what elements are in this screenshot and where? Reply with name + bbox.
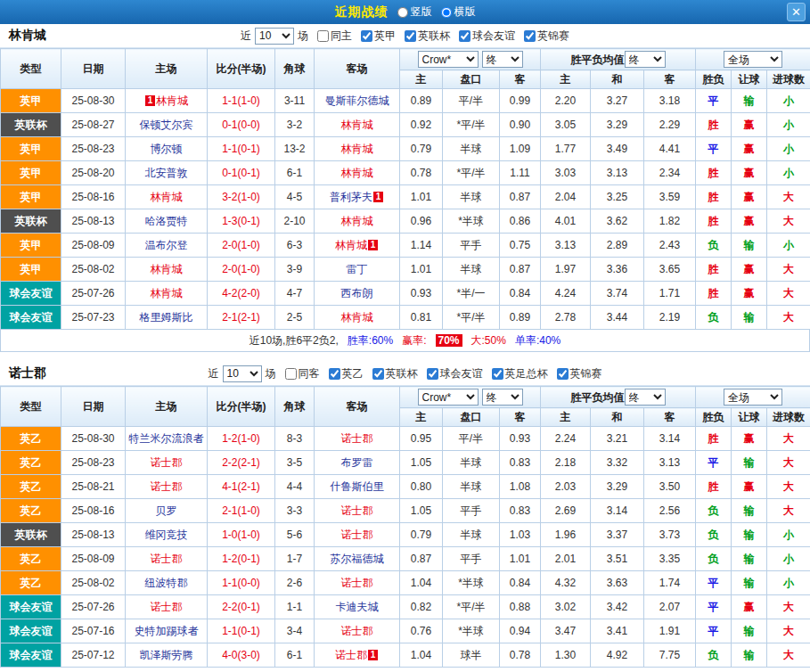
team-link[interactable]: 诺士郡 bbox=[341, 529, 373, 541]
checkbox-同主[interactable] bbox=[317, 30, 329, 42]
fullmatch-select[interactable]: 全场 bbox=[724, 389, 782, 406]
team-link[interactable]: 诺士郡 bbox=[151, 553, 183, 565]
filter-checkbox-同客[interactable]: 同客 bbox=[285, 366, 320, 381]
checkbox-英足总杯[interactable] bbox=[492, 368, 503, 380]
result-cell: 平 bbox=[696, 89, 732, 113]
eu-home-odds: 2.03 bbox=[541, 475, 591, 499]
checkbox-同客[interactable] bbox=[285, 368, 297, 380]
team-link[interactable]: 诺士郡 bbox=[341, 432, 373, 445]
checkbox-球会友谊[interactable] bbox=[427, 368, 438, 380]
date-cell: 25-07-26 bbox=[61, 595, 126, 619]
team-link[interactable]: 林肯城 bbox=[151, 191, 183, 203]
team-link[interactable]: 保顿艾尔宾 bbox=[140, 119, 193, 131]
fullmatch-select[interactable]: 全场 bbox=[724, 51, 782, 68]
eu-home-odds: 4.24 bbox=[541, 282, 591, 306]
team-link[interactable]: 苏尔福德城 bbox=[331, 553, 384, 565]
team-link[interactable]: 西布朗 bbox=[341, 287, 373, 299]
team-link[interactable]: 北安普敦 bbox=[145, 167, 188, 179]
score-cell: 4-2(2-0) bbox=[208, 282, 275, 306]
checkbox-球会友谊[interactable] bbox=[459, 30, 470, 42]
away-team-cell: 曼斯菲尔德城 bbox=[315, 89, 400, 113]
away-team-cell: 诺士郡 bbox=[315, 427, 400, 451]
team-link[interactable]: 凯泽斯劳腾 bbox=[140, 649, 193, 661]
layout-radio-vertical[interactable]: 竖版 bbox=[397, 4, 432, 20]
team-link[interactable]: 雷丁 bbox=[347, 263, 368, 275]
team-link[interactable]: 布罗雷 bbox=[341, 456, 373, 469]
team-link[interactable]: 纽波特郡 bbox=[145, 577, 188, 589]
filter-checkbox-英锦赛[interactable]: 英锦赛 bbox=[524, 29, 569, 44]
recent-count-select[interactable]: 10 bbox=[255, 28, 294, 45]
filter-checkbox-英足总杯[interactable]: 英足总杯 bbox=[492, 366, 548, 381]
team-link[interactable]: 格里姆斯比 bbox=[140, 311, 193, 324]
summary-part: 单率:40% bbox=[515, 333, 560, 348]
team-link[interactable]: 哈洛贾特 bbox=[145, 215, 188, 227]
ah-home-odds: 1.05 bbox=[400, 451, 443, 475]
eu-away-odds: 1.71 bbox=[644, 282, 696, 306]
close-icon[interactable]: ✕ bbox=[787, 3, 806, 21]
team-link[interactable]: 诺士郡 bbox=[335, 649, 367, 661]
final-odds-select-2[interactable]: 终 bbox=[625, 389, 666, 406]
team-link[interactable]: 贝罗 bbox=[156, 504, 177, 517]
team-link[interactable]: 特兰米尔流浪者 bbox=[129, 432, 204, 445]
checkbox-英甲[interactable] bbox=[361, 30, 372, 42]
team-link[interactable]: 普利茅夫 bbox=[330, 191, 372, 203]
date-cell: 25-08-16 bbox=[61, 185, 126, 209]
team-link[interactable]: 林肯城 bbox=[341, 311, 373, 324]
team-link[interactable]: 曼斯菲尔德城 bbox=[325, 94, 389, 107]
filter-checkbox-英联杯[interactable]: 英联杯 bbox=[372, 366, 418, 381]
radio-horizontal-input[interactable] bbox=[441, 7, 452, 18]
layout-radio-horizontal[interactable]: 横版 bbox=[441, 4, 476, 20]
filter-checkbox-英锦赛[interactable]: 英锦赛 bbox=[557, 366, 602, 381]
team-link[interactable]: 林肯城 bbox=[341, 167, 373, 179]
checkbox-英联杯[interactable] bbox=[405, 30, 416, 42]
table-row: 英甲25-08-301林肯城1-1(1-0)3-11曼斯菲尔德城0.89平/半0… bbox=[1, 89, 810, 113]
team-link[interactable]: 诺士郡 bbox=[151, 480, 183, 493]
eu-draw-odds: 3.25 bbox=[591, 185, 644, 209]
team-link[interactable]: 卡迪夫城 bbox=[336, 601, 379, 613]
team-link[interactable]: 诺士郡 bbox=[341, 504, 373, 517]
eu-home-odds: 4.01 bbox=[541, 209, 591, 234]
filter-checkbox-英联杯[interactable]: 英联杯 bbox=[405, 29, 450, 44]
radio-vertical-input[interactable] bbox=[397, 7, 408, 18]
team-link[interactable]: 林肯城 bbox=[341, 143, 373, 155]
checkbox-英锦赛[interactable] bbox=[557, 368, 569, 380]
bookmaker-select[interactable]: Crow* bbox=[418, 389, 479, 406]
handicap-result-cell: 赢 bbox=[732, 113, 767, 137]
recent-count-select[interactable]: 10 bbox=[223, 365, 262, 382]
team-link[interactable]: 林肯城 bbox=[335, 239, 367, 251]
team-link[interactable]: 林肯城 bbox=[341, 119, 373, 131]
filter-checkbox-球会友谊[interactable]: 球会友谊 bbox=[459, 29, 515, 44]
column-header-type: 类型 bbox=[1, 387, 61, 427]
column-header-corner: 角球 bbox=[275, 49, 315, 89]
team-link[interactable]: 诺士郡 bbox=[341, 625, 373, 637]
team-link[interactable]: 博尔顿 bbox=[151, 143, 183, 155]
home-team-cell: 纽波特郡 bbox=[126, 571, 208, 595]
filter-checkbox-同主[interactable]: 同主 bbox=[317, 29, 352, 44]
ah-away-odds: 0.99 bbox=[500, 89, 541, 113]
team-link[interactable]: 诺士郡 bbox=[151, 456, 183, 469]
checkbox-英乙[interactable] bbox=[329, 368, 340, 380]
team-link[interactable]: 史特加踢球者 bbox=[135, 625, 199, 637]
team-link[interactable]: 诺士郡 bbox=[151, 601, 183, 613]
table-row: 英联杯25-08-27保顿艾尔宾0-1(0-0)3-2林肯城0.92*平/半0.… bbox=[1, 113, 810, 137]
team-link[interactable]: 林肯城 bbox=[341, 215, 373, 227]
filter-checkbox-英乙[interactable]: 英乙 bbox=[329, 366, 364, 381]
checkbox-英联杯[interactable] bbox=[372, 368, 384, 380]
team-link[interactable]: 林肯城 bbox=[151, 263, 183, 275]
checkbox-英锦赛[interactable] bbox=[524, 30, 536, 42]
filter-checkbox-球会友谊[interactable]: 球会友谊 bbox=[427, 366, 483, 381]
team-link[interactable]: 温布尔登 bbox=[145, 239, 188, 251]
eu-home-odds: 2.04 bbox=[541, 185, 591, 209]
eu-home-odds: 3.02 bbox=[541, 595, 591, 619]
score-cell: 2-0(1-0) bbox=[208, 234, 275, 258]
final-odds-select[interactable]: 终 bbox=[482, 389, 523, 406]
final-odds-select[interactable]: 终 bbox=[482, 51, 523, 68]
team-link[interactable]: 什鲁斯伯里 bbox=[331, 480, 384, 493]
team-link[interactable]: 林肯城 bbox=[151, 287, 183, 299]
final-odds-select-2[interactable]: 终 bbox=[625, 51, 666, 68]
team-link[interactable]: 维冈竞技 bbox=[145, 529, 188, 541]
filter-checkbox-英甲[interactable]: 英甲 bbox=[361, 29, 396, 44]
team-link[interactable]: 林肯城 bbox=[156, 94, 188, 107]
bookmaker-select[interactable]: Crow* bbox=[418, 51, 479, 68]
team-link[interactable]: 诺士郡 bbox=[341, 577, 373, 589]
